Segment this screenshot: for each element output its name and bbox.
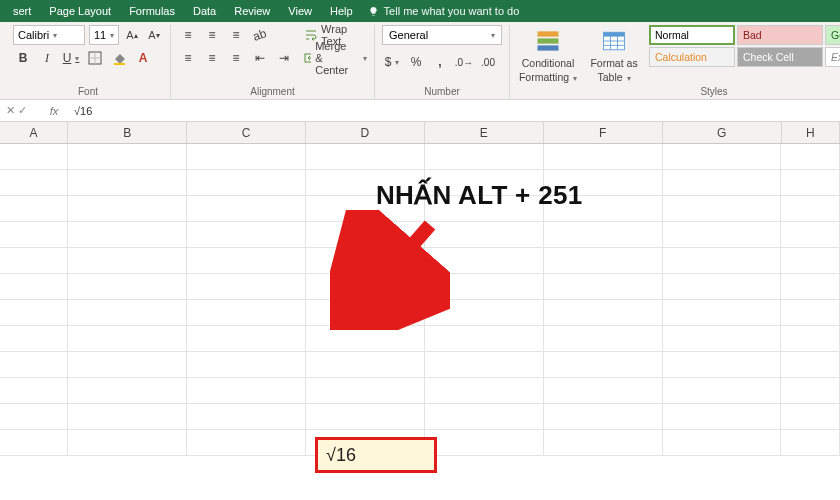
cell[interactable]: [781, 222, 840, 247]
cell[interactable]: [663, 378, 782, 403]
cell[interactable]: [544, 248, 663, 273]
cell[interactable]: [781, 378, 840, 403]
align-top-button[interactable]: ≡: [178, 25, 198, 45]
cell[interactable]: [781, 326, 840, 351]
cell[interactable]: [187, 274, 306, 299]
cell[interactable]: [0, 196, 68, 221]
col-header-F[interactable]: F: [544, 122, 663, 143]
accounting-format-button[interactable]: $▾: [382, 52, 402, 72]
cell[interactable]: [187, 248, 306, 273]
cell[interactable]: [544, 352, 663, 377]
orientation-button[interactable]: ab: [250, 25, 270, 45]
cell[interactable]: [781, 404, 840, 429]
cell[interactable]: [663, 430, 782, 455]
style-good[interactable]: Good: [825, 25, 840, 45]
cell[interactable]: [187, 404, 306, 429]
cell[interactable]: [781, 248, 840, 273]
tab-view[interactable]: View: [279, 0, 321, 22]
cell[interactable]: [187, 300, 306, 325]
bold-button[interactable]: B: [13, 48, 33, 68]
cell[interactable]: [781, 274, 840, 299]
cell[interactable]: [0, 222, 68, 247]
italic-button[interactable]: I: [37, 48, 57, 68]
cell[interactable]: [0, 300, 68, 325]
cell[interactable]: [0, 274, 68, 299]
percent-format-button[interactable]: %: [406, 52, 426, 72]
cell[interactable]: [68, 404, 187, 429]
cell[interactable]: [544, 430, 663, 455]
cell[interactable]: [781, 352, 840, 377]
cell[interactable]: [68, 144, 187, 169]
cell-styles-gallery[interactable]: Normal Bad Good Calculation Check Cell E…: [649, 25, 840, 67]
cell[interactable]: [781, 144, 840, 169]
cell[interactable]: [68, 274, 187, 299]
cell[interactable]: [663, 404, 782, 429]
col-header-B[interactable]: B: [68, 122, 187, 143]
cell[interactable]: [544, 222, 663, 247]
merge-center-button[interactable]: Merge & Center▾: [304, 48, 367, 68]
cell[interactable]: [781, 170, 840, 195]
cell[interactable]: [187, 326, 306, 351]
highlighted-cell[interactable]: √16: [315, 437, 437, 473]
cell[interactable]: [68, 196, 187, 221]
align-bottom-button[interactable]: ≡: [226, 25, 246, 45]
conditional-formatting-button[interactable]: Conditional Formatting▾: [517, 25, 579, 83]
cell[interactable]: [187, 196, 306, 221]
cell[interactable]: [663, 326, 782, 351]
cell[interactable]: [306, 378, 425, 403]
cell[interactable]: [0, 378, 68, 403]
style-explanatory[interactable]: Explanatory .: [825, 47, 840, 67]
cell[interactable]: [306, 352, 425, 377]
decrease-font-button[interactable]: A▾: [145, 26, 163, 44]
cell[interactable]: [0, 404, 68, 429]
tab-page-layout[interactable]: Page Layout: [40, 0, 120, 22]
cell[interactable]: [0, 144, 68, 169]
cell[interactable]: [781, 430, 840, 455]
tab-data[interactable]: Data: [184, 0, 225, 22]
cell[interactable]: [306, 404, 425, 429]
cell[interactable]: [663, 144, 782, 169]
cell[interactable]: [544, 326, 663, 351]
cell[interactable]: [68, 170, 187, 195]
cell[interactable]: [0, 248, 68, 273]
cell[interactable]: [544, 300, 663, 325]
font-name-select[interactable]: Calibri▾: [13, 25, 85, 45]
cell[interactable]: [68, 326, 187, 351]
cell[interactable]: [663, 300, 782, 325]
cell[interactable]: [68, 222, 187, 247]
cell[interactable]: [544, 144, 663, 169]
cell[interactable]: [187, 222, 306, 247]
cell[interactable]: [425, 404, 544, 429]
tab-help[interactable]: Help: [321, 0, 362, 22]
cell[interactable]: [0, 170, 68, 195]
col-header-H[interactable]: H: [782, 122, 840, 143]
align-right-button[interactable]: ≡: [226, 48, 246, 68]
cell[interactable]: [425, 352, 544, 377]
cell[interactable]: [781, 196, 840, 221]
cell[interactable]: [425, 378, 544, 403]
align-center-button[interactable]: ≡: [202, 48, 222, 68]
cell[interactable]: [663, 352, 782, 377]
tab-insert[interactable]: sert: [4, 0, 40, 22]
decrease-indent-button[interactable]: ⇤: [250, 48, 270, 68]
tab-review[interactable]: Review: [225, 0, 279, 22]
col-header-G[interactable]: G: [663, 122, 782, 143]
increase-decimal-button[interactable]: .0→: [454, 52, 474, 72]
style-calculation[interactable]: Calculation: [649, 47, 735, 67]
style-bad[interactable]: Bad: [737, 25, 823, 45]
cell[interactable]: [0, 430, 68, 455]
col-header-A[interactable]: A: [0, 122, 68, 143]
cell[interactable]: [544, 378, 663, 403]
col-header-E[interactable]: E: [425, 122, 544, 143]
cell[interactable]: [544, 404, 663, 429]
font-color-button[interactable]: A: [133, 48, 153, 68]
cell[interactable]: [0, 326, 68, 351]
col-header-D[interactable]: D: [306, 122, 425, 143]
cell[interactable]: [425, 430, 544, 455]
cell[interactable]: [187, 352, 306, 377]
cell[interactable]: [68, 378, 187, 403]
cell[interactable]: [663, 170, 782, 195]
decrease-decimal-button[interactable]: .00: [478, 52, 498, 72]
style-normal[interactable]: Normal: [649, 25, 735, 45]
cell[interactable]: [68, 300, 187, 325]
